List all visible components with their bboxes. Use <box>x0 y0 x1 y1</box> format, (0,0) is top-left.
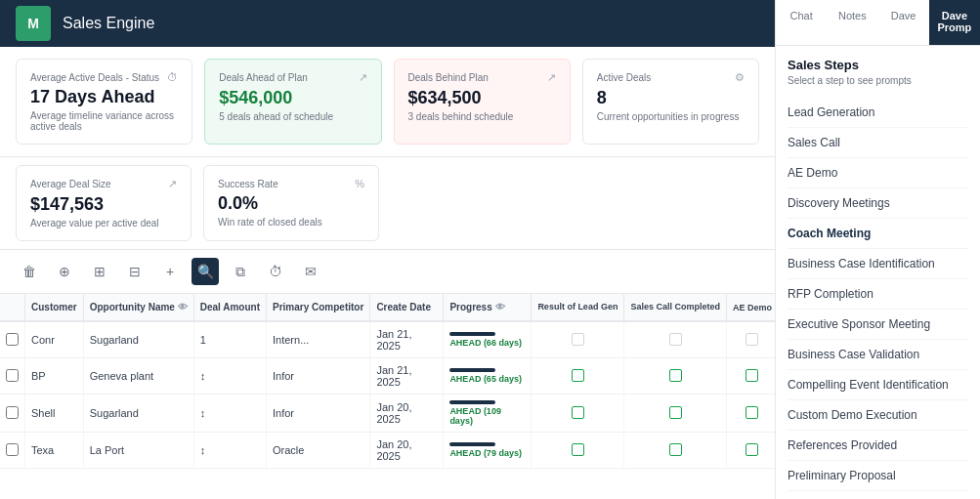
cell-deal-amount: ↕ <box>193 358 266 395</box>
sidebar-step-item-10[interactable]: Custom Demo Execution <box>788 400 968 431</box>
cell-deal-amount: 1 <box>193 321 266 358</box>
metric-value-5: $147,563 <box>30 194 177 215</box>
trend-up-icon-2: ↗ <box>547 71 556 84</box>
sidebar-step-item-0[interactable]: Lead Generation <box>788 98 968 128</box>
cell-check-3-1[interactable] <box>624 433 727 469</box>
cell-opp-name: Geneva plant <box>83 358 193 395</box>
sidebar-step-item-7[interactable]: Executive Sponsor Meeting <box>788 310 968 340</box>
cell-check-3-2[interactable] <box>726 433 775 469</box>
cell-check-1-0[interactable] <box>532 358 624 395</box>
tab-chat[interactable]: Chat <box>776 0 827 45</box>
mail-button[interactable]: ✉ <box>297 258 324 285</box>
cell-customer: Texa <box>25 433 84 469</box>
col-header-deal: Deal Amount <box>193 294 266 321</box>
row-checkbox-0[interactable] <box>6 333 19 346</box>
add-button[interactable]: + <box>156 258 184 285</box>
cell-check-0-0[interactable] <box>532 321 624 358</box>
cell-create-date: Jan 21, 2025 <box>370 358 444 395</box>
tab-dave[interactable]: Dave <box>878 0 929 45</box>
eye-icon-opp[interactable]: 👁 <box>178 302 188 312</box>
cell-check-2-2[interactable] <box>726 395 775 433</box>
metric-success-rate: Success Rate % 0.0% Win rate of closed d… <box>203 165 379 241</box>
cell-check-2-0[interactable] <box>532 395 624 433</box>
metric-deals-ahead: Deals Ahead of Plan ↗ $546,000 5 deals a… <box>204 59 381 145</box>
cell-check-0-2[interactable] <box>726 321 775 358</box>
metric-label-5: Average Deal Size <box>30 179 111 189</box>
cell-customer: Conr <box>25 321 84 358</box>
cell-competitor: Intern... <box>267 321 370 358</box>
table-row: ConrSugarland1Intern...Jan 21, 2025 AHEA… <box>0 321 775 358</box>
metric-value-4: 8 <box>597 88 745 108</box>
metric-value-1: 17 Days Ahead <box>30 87 178 107</box>
cell-progress: AHEAD (65 days) <box>444 358 532 395</box>
metric-desc-2: 5 deals ahead of schedule <box>219 111 366 122</box>
cell-opp-name: Sugarland <box>83 321 193 358</box>
tab-dave-promp[interactable]: Dave Promp <box>929 0 980 45</box>
tab-notes[interactable]: Notes <box>827 0 877 45</box>
sidebar-step-item-11[interactable]: References Provided <box>788 431 968 461</box>
cell-check-1-1[interactable] <box>624 358 727 395</box>
table-row: BPGeneva plant↕InforJan 21, 2025 AHEAD (… <box>0 358 775 395</box>
col-header-ae-demo: AE Demo <box>726 294 775 321</box>
metric-deals-behind: Deals Behind Plan ↗ $634,500 3 deals beh… <box>394 59 571 145</box>
cell-progress: AHEAD (109 days) <box>444 395 532 433</box>
row-checkbox-2[interactable] <box>6 406 19 419</box>
filter-button[interactable]: ⊕ <box>51 258 78 285</box>
sidebar-step-item-6[interactable]: RFP Completion <box>788 279 968 310</box>
cell-check-2-1[interactable] <box>624 395 727 433</box>
eye-icon-progress[interactable]: 👁 <box>495 302 505 312</box>
columns-button[interactable]: ⊟ <box>121 258 149 285</box>
sidebar-step-item-4[interactable]: Coach Meeting <box>788 219 968 249</box>
metrics-row-1: Average Active Deals - Status ⏱ 17 Days … <box>0 47 775 157</box>
metric-active-deals-status: Average Active Deals - Status ⏱ 17 Days … <box>16 59 192 145</box>
cell-check-3-0[interactable] <box>532 433 624 469</box>
metric-desc-3: 3 deals behind schedule <box>408 111 556 122</box>
cell-competitor: Infor <box>267 358 370 395</box>
sidebar-step-item-2[interactable]: AE Demo <box>788 158 968 188</box>
cell-create-date: Jan 20, 2025 <box>370 395 444 433</box>
row-checkbox-3[interactable] <box>6 443 19 456</box>
sidebar-step-item-1[interactable]: Sales Call <box>788 128 968 158</box>
sidebar-tabs: Chat Notes Dave Dave Promp <box>776 0 980 46</box>
col-header-comp: Primary Competitor <box>267 294 370 321</box>
app-title: Sales Engine <box>63 15 154 32</box>
logo: M <box>16 6 51 41</box>
col-header-opp: Opportunity Name 👁 <box>83 294 193 321</box>
sidebar-step-item-9[interactable]: Compelling Event Identification <box>788 370 968 400</box>
sidebar-section-title: Sales Steps <box>788 58 968 72</box>
metric-value-6: 0.0% <box>218 193 364 214</box>
sidebar-step-item-8[interactable]: Business Case Validation <box>788 340 968 370</box>
percent-icon: % <box>355 178 364 189</box>
metric-desc-4: Current opportunities in progress <box>597 111 745 122</box>
trend-up-icon-1: ↗ <box>359 71 367 84</box>
cell-check-1-2[interactable] <box>726 358 775 395</box>
sidebar-step-item-3[interactable]: Discovery Meetings <box>788 188 968 219</box>
cell-progress: AHEAD (79 days) <box>444 433 532 469</box>
metric-label-2: Deals Ahead of Plan <box>219 72 308 83</box>
toolbar: 🗑 ⊕ ⊞ ⊟ + 🔍 ⧉ ⏱ ✉ <box>0 250 775 294</box>
cell-deal-amount: ↕ <box>193 433 266 469</box>
sidebar-step-item-13[interactable]: Implementation Scoping <box>788 491 968 499</box>
time-button[interactable]: ⏱ <box>262 258 289 285</box>
grid-button[interactable]: ⊞ <box>86 258 113 285</box>
metric-value-3: $634,500 <box>408 88 556 108</box>
cell-customer: Shell <box>25 395 84 433</box>
row-checkbox-1[interactable] <box>6 369 19 382</box>
metric-label-6: Success Rate <box>218 179 278 189</box>
metrics-row-2: Average Deal Size ↗ $147,563 Average val… <box>0 157 775 250</box>
metric-value-2: $546,000 <box>219 88 366 108</box>
cell-opp-name: Sugarland <box>83 395 193 433</box>
col-header-date: Create Date <box>370 294 444 321</box>
table-row: TexaLa Port↕OracleJan 20, 2025 AHEAD (79… <box>0 433 775 469</box>
copy-button[interactable]: ⧉ <box>227 258 254 285</box>
sidebar-step-item-12[interactable]: Preliminary Proposal <box>788 461 968 491</box>
metric-label-3: Deals Behind Plan <box>408 72 489 83</box>
col-header-sales-call: Sales Call Completed <box>624 294 727 321</box>
trash-button[interactable]: 🗑 <box>16 258 43 285</box>
cell-check-0-1[interactable] <box>624 321 727 358</box>
sidebar-section-sub: Select a step to see prompts <box>788 75 968 86</box>
trend-up-icon-3: ↗ <box>168 178 177 190</box>
col-header-checkbox <box>0 294 25 321</box>
sidebar-step-item-5[interactable]: Business Case Identification <box>788 249 968 279</box>
search-button[interactable]: 🔍 <box>192 258 219 285</box>
